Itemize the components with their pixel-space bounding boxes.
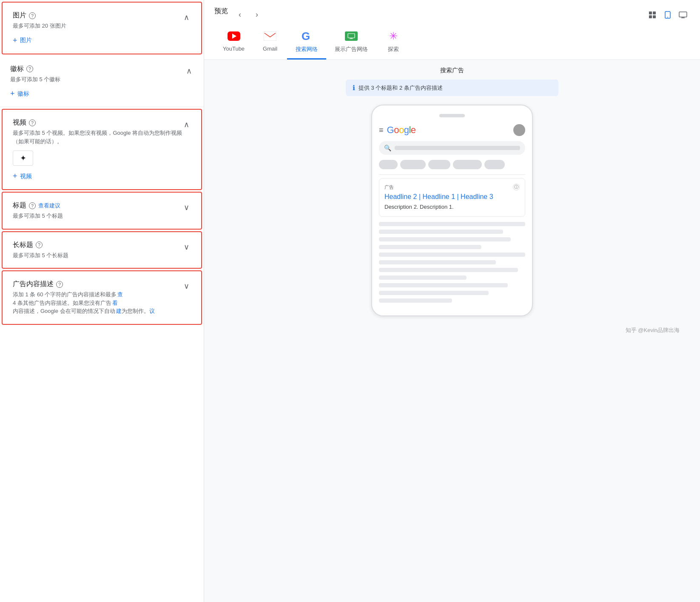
nav-pill-1	[379, 160, 398, 169]
ad-card: 广告 ⓘ Headline 2 | Headline 1 | Headline …	[379, 178, 525, 217]
mobile-view-button[interactable]	[661, 8, 674, 22]
youtube-tab-label: YouTube	[223, 45, 245, 52]
svg-text:G: G	[302, 30, 310, 43]
tab-gmail[interactable]: Gmail	[253, 26, 287, 60]
logo-section: 徽标 ? 最多可添加 5 个徽标 ∧ + 徽标	[0, 56, 204, 108]
desktop-icon	[679, 11, 687, 18]
search-ad-label: 搜索广告	[440, 67, 464, 74]
tab-explore[interactable]: ✳ 探索	[376, 26, 410, 60]
images-subtitle: 最多可添加 20 张图片	[13, 22, 66, 30]
left-panel: 图片 ? 最多可添加 20 张图片 ∧ + 图片 徽标 ? 最多可添加 5 个徽…	[0, 0, 204, 602]
sparkle-icon: ✦	[20, 153, 26, 163]
search-small-icon: 🔍	[384, 145, 391, 151]
svg-rect-3	[653, 15, 656, 18]
grid-icon	[649, 11, 656, 19]
next-arrow-button[interactable]: ›	[250, 8, 264, 22]
gmail-tab-label: Gmail	[263, 45, 277, 52]
headline-suggestions-link[interactable]: 查看建议	[38, 202, 60, 210]
description-section: 广告内容描述 ? 添加 1 条 60 个字符的广告内容描述和最多 查 4 条其他…	[2, 270, 202, 325]
ph-line-11	[379, 298, 452, 303]
youtube-icon	[228, 31, 240, 41]
svg-rect-6	[679, 12, 687, 17]
display-tab-label: 展示广告网络	[335, 45, 368, 53]
images-help-icon[interactable]: ?	[29, 12, 36, 19]
logo-help-icon[interactable]: ?	[26, 65, 33, 72]
ph-line-4	[379, 245, 481, 249]
preview-header: 预览 ‹ ›	[204, 0, 700, 60]
tab-youtube[interactable]: YouTube	[214, 26, 253, 60]
nav-pill-2	[400, 160, 426, 169]
ph-line-10	[379, 291, 489, 295]
long-headline-section: 长标题 ? 最多可添加 5 个长标题 ∨	[2, 231, 202, 269]
description-chevron-icon[interactable]: ∨	[182, 280, 191, 292]
add-video-button[interactable]: + 视频	[13, 172, 32, 181]
mobile-icon	[665, 11, 671, 19]
add-logo-button[interactable]: + 徽标	[10, 89, 29, 98]
ph-line-2	[379, 230, 503, 234]
ph-line-9	[379, 283, 508, 287]
phone-notch	[439, 114, 465, 117]
placeholder-lines	[379, 222, 525, 303]
long-headline-help-icon[interactable]: ?	[36, 241, 43, 248]
headline-help-icon[interactable]: ?	[29, 202, 36, 209]
google-logo: Google	[387, 125, 416, 136]
video-title: 视频	[13, 118, 26, 127]
svg-rect-0	[649, 11, 652, 14]
logo-chevron-icon[interactable]: ∧	[185, 65, 193, 77]
add-images-button[interactable]: + 图片	[13, 36, 32, 45]
ad-headline: Headline 2 | Headline 1 | Headline 3	[384, 192, 520, 202]
description-help-icon[interactable]: ?	[56, 281, 63, 288]
phone-mockup: ≡ Google 🔍	[371, 105, 533, 316]
ad-description: Description 2. Description 1.	[384, 203, 520, 211]
images-title: 图片	[13, 11, 26, 20]
right-panel: 预览 ‹ ›	[204, 0, 700, 602]
video-chevron-icon[interactable]: ∧	[182, 118, 191, 131]
google-g-icon: G	[300, 30, 313, 43]
nav-pill-5	[484, 160, 505, 169]
images-section: 图片 ? 最多可添加 20 张图片 ∧ + 图片	[2, 2, 202, 54]
hamburger-icon: ≡	[379, 126, 384, 135]
description-subtitle: 添加 1 条 60 个字符的广告内容描述和最多 查 4 条其他广告内容描述。如果…	[13, 290, 179, 315]
desktop-view-button[interactable]	[676, 8, 690, 22]
info-icon: ℹ	[353, 84, 355, 92]
description-title: 广告内容描述	[13, 280, 54, 289]
description-suggestions-link[interactable]: 查	[117, 290, 123, 299]
divider	[379, 174, 525, 175]
preview-content: 搜索广告 ℹ 提供 3 个标题和 2 条广告内容描述 ≡ Google 🔍	[204, 60, 700, 602]
description-suggestions-link3[interactable]: 建	[116, 307, 122, 315]
ad-meta: 广告 ⓘ	[384, 184, 520, 190]
search-placeholder	[395, 146, 520, 150]
explore-icon: ✳	[389, 30, 398, 42]
tab-search-network[interactable]: G 搜索网络	[287, 26, 326, 60]
ad-meta-label: 广告	[384, 184, 394, 190]
explore-tab-label: 探索	[388, 45, 399, 53]
google-search-bar: ≡ Google	[379, 124, 525, 136]
tab-display[interactable]: 展示广告网络	[326, 26, 376, 60]
long-headline-subtitle: 最多可添加 5 个长标题	[13, 251, 68, 260]
ai-generate-button[interactable]: ✦	[13, 150, 33, 166]
svg-rect-11	[348, 34, 355, 38]
long-headline-chevron-icon[interactable]: ∨	[182, 241, 191, 253]
prev-arrow-button[interactable]: ‹	[233, 8, 247, 22]
info-banner: ℹ 提供 3 个标题和 2 条广告内容描述	[346, 80, 558, 96]
video-subtitle: 最多可添加 5 个视频。如果您没有视频，Google 将自动为您制作视频（如果可…	[13, 129, 182, 145]
svg-rect-1	[653, 11, 656, 14]
watermark: 知乎 @Kevin品牌出海	[214, 323, 690, 338]
description-suggestions-link2[interactable]: 看	[112, 299, 118, 307]
logo-subtitle: 最多可添加 5 个徽标	[10, 75, 60, 84]
display-icon	[345, 31, 358, 41]
svg-point-5	[667, 17, 668, 17]
svg-rect-2	[649, 15, 652, 18]
video-help-icon[interactable]: ?	[29, 119, 36, 126]
phone-content: ≡ Google 🔍	[372, 124, 532, 303]
ad-info-icon[interactable]: ⓘ	[513, 184, 520, 190]
phone-search-input: 🔍	[379, 141, 525, 155]
images-chevron-icon[interactable]: ∧	[182, 11, 191, 24]
video-section: 视频 ? 最多可添加 5 个视频。如果您没有视频，Google 将自动为您制作视…	[2, 109, 202, 190]
headline-chevron-icon[interactable]: ∨	[182, 201, 191, 214]
headline-section: 标题 ? 查看建议 最多可添加 5 个标题 ∨	[2, 192, 202, 230]
ph-line-5	[379, 253, 525, 257]
grid-view-button[interactable]	[646, 8, 659, 22]
description-suggestions-link4[interactable]: 议	[149, 307, 155, 315]
headline-title: 标题	[13, 201, 26, 210]
